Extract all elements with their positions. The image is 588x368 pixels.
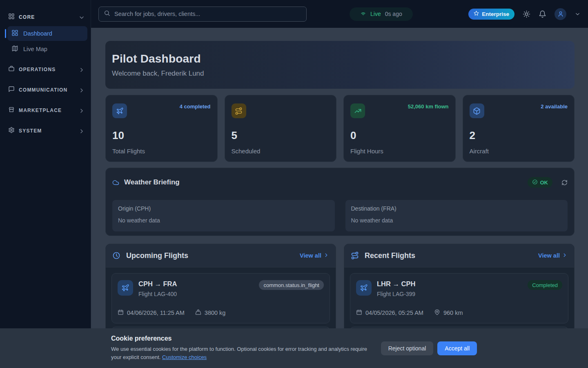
clock-icon [112, 251, 120, 260]
sidebar-section-operations[interactable]: OPERATIONS [0, 62, 91, 77]
map-pin-icon [434, 309, 440, 316]
search-box [98, 7, 307, 22]
chevron-right-icon [78, 128, 84, 134]
cube-icon [470, 103, 484, 118]
flight-card[interactable]: LHR → CPH Flight LAG-399 Completed 04/05… [350, 273, 568, 323]
trending-up-icon [350, 103, 365, 118]
flight-route: CPH → FRA [138, 280, 177, 288]
panel-title: Upcoming Flights [126, 251, 300, 260]
chevron-right-icon [78, 67, 84, 72]
weather-status-label: OK [540, 180, 548, 186]
cookie-description-text: We use essential cookies for the platfor… [111, 346, 367, 360]
weight-icon [195, 309, 201, 316]
stats-row: 4 completed 10 Total Flights 5 Scheduled… [105, 95, 575, 162]
flight-number: Flight LAG-399 [377, 291, 415, 297]
sidebar-item-dashboard[interactable]: Dashboard [7, 26, 87, 41]
stat-label: Scheduled [232, 148, 330, 155]
stat-note: 52,060 km flown [408, 103, 449, 110]
weather-title: Weather Briefing [124, 178, 528, 186]
chevron-down-icon [78, 14, 84, 20]
stat-label: Total Flights [112, 148, 211, 155]
panel-title: Recent Flights [365, 251, 538, 260]
flight-distance: 960 km [443, 310, 463, 316]
cookie-title: Cookie preferences [111, 335, 373, 342]
sidebar-item-live-map[interactable]: Live Map [7, 42, 87, 56]
chevron-right-icon [323, 252, 329, 259]
live-status-pill: Live 0s ago [350, 7, 413, 21]
flight-card[interactable]: CPH → FRA Flight LAG-400 common.status.i… [111, 273, 330, 323]
stat-note: 2 available [541, 103, 568, 110]
route-icon [351, 251, 359, 260]
status-badge: Completed [528, 280, 562, 290]
plane-icon [112, 103, 127, 118]
weather-origin-box: Origin (CPH) No weather data [112, 200, 335, 231]
app-window: CORE Dashboard Live Map OPERATIONS C [0, 0, 588, 368]
main-content: Pilot Dashboard Welcome back, Frederik L… [91, 28, 588, 368]
stat-value: 10 [112, 129, 211, 142]
user-menu-chevron-icon[interactable] [575, 11, 581, 17]
flight-datetime: 04/06/2026, 11:25 AM [127, 310, 185, 316]
map-icon [11, 45, 18, 53]
status-badge: common.status.in_flight [259, 280, 324, 290]
enterprise-plan-badge[interactable]: Enterprise [468, 9, 514, 20]
search-input[interactable] [114, 11, 301, 17]
customize-choices-link[interactable]: Customize choices [162, 354, 207, 360]
avatar[interactable] [555, 8, 566, 20]
reject-optional-button[interactable]: Reject optional [381, 341, 434, 355]
refresh-icon[interactable] [561, 180, 568, 186]
notifications-bell-icon[interactable] [539, 10, 546, 18]
sidebar-section-system[interactable]: SYSTEM [0, 123, 91, 138]
sidebar-section-label: CORE [19, 14, 74, 20]
sidebar-section-marketplace[interactable]: MARKETPLACE [0, 103, 91, 118]
stat-card-flight-hours: 52,060 km flown 0 Flight Hours [343, 95, 456, 162]
weather-destination-value: No weather data [351, 217, 562, 224]
dashboard-icon [11, 29, 18, 38]
topbar: Live 0s ago Enterprise [91, 0, 588, 28]
cookie-description: We use essential cookies for the platfor… [111, 345, 373, 361]
calendar-icon [356, 309, 362, 316]
flight-cargo: 3800 kg [205, 310, 226, 316]
calendar-icon [118, 309, 124, 316]
stat-value: 5 [232, 129, 330, 142]
live-ago: 0s ago [385, 11, 402, 17]
briefcase-icon [8, 65, 15, 74]
weather-briefing-panel: Weather Briefing OK Origin (CPH) No weat… [105, 168, 575, 236]
store-icon [8, 106, 15, 114]
wifi-icon [360, 10, 366, 18]
flight-route: LHR → CPH [377, 280, 415, 288]
search-icon [104, 10, 110, 18]
live-label: Live [370, 11, 381, 17]
chevron-right-icon [78, 87, 84, 93]
star-icon [474, 11, 479, 17]
grid-icon [8, 13, 15, 21]
weather-origin-label: Origin (CPH) [118, 205, 329, 212]
upcoming-view-all-link[interactable]: View all [300, 252, 329, 259]
stat-card-aircraft: 2 available 2 Aircraft [463, 95, 575, 162]
sidebar-section-communication[interactable]: COMMUNICATION [0, 83, 91, 97]
chat-icon [8, 86, 15, 94]
welcome-subtitle: Welcome back, Frederik Lund [112, 70, 568, 78]
chevron-right-icon [562, 252, 568, 259]
page-title: Pilot Dashboard [112, 52, 568, 65]
stat-value: 0 [350, 129, 449, 142]
view-all-label: View all [538, 252, 560, 259]
plane-icon [118, 280, 133, 296]
accept-all-button[interactable]: Accept all [437, 341, 477, 355]
sidebar: CORE Dashboard Live Map OPERATIONS C [0, 0, 91, 368]
sidebar-section-label: SYSTEM [19, 128, 74, 134]
gear-icon [8, 127, 15, 135]
route-icon [232, 103, 246, 118]
flight-datetime: 04/05/2026, 05:25 AM [365, 310, 423, 316]
weather-destination-label: Destination (FRA) [351, 205, 562, 212]
sidebar-section-core[interactable]: CORE [0, 10, 91, 25]
sidebar-section-label: OPERATIONS [19, 67, 74, 72]
stat-card-scheduled: 5 Scheduled [225, 95, 337, 162]
sidebar-item-label: Live Map [23, 46, 47, 52]
theme-toggle-sun-icon[interactable] [523, 10, 530, 18]
recent-view-all-link[interactable]: View all [538, 252, 568, 259]
plan-label: Enterprise [482, 11, 509, 17]
view-all-label: View all [300, 252, 321, 259]
weather-status-badge: OK [528, 177, 553, 188]
check-circle-icon [532, 179, 538, 186]
stat-note: 4 completed [180, 103, 211, 110]
